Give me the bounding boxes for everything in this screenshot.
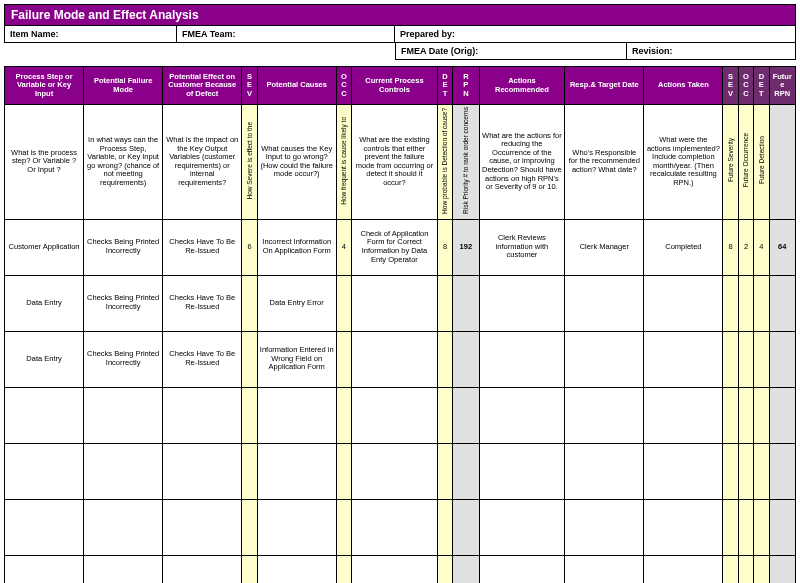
cell [754, 555, 769, 583]
cell [479, 443, 565, 499]
cell: Information Entered in Wrong Field on Ap… [257, 331, 336, 387]
info-row-2: FMEA Date (Orig): Revision: [395, 43, 796, 60]
cell: Check of Application Form for Correct In… [352, 219, 438, 275]
cell: What are the actions for reducing the Oc… [479, 105, 565, 220]
cell [644, 555, 723, 583]
cell [352, 555, 438, 583]
cell: What is the process step? Or Variable ? … [5, 105, 84, 220]
cell [479, 555, 565, 583]
cell: Completed [644, 219, 723, 275]
cell [738, 443, 753, 499]
hdr-resp: Resp.& Target Date [565, 67, 644, 105]
cell [163, 387, 242, 443]
item-name-label: Item Name: [10, 29, 59, 39]
hdr-frpn: Future RPN [769, 67, 795, 105]
cell: Clerk Reviews information with customer [479, 219, 565, 275]
cell [479, 387, 565, 443]
cell [437, 331, 452, 387]
cell [644, 275, 723, 331]
hdr-failure: Potential Failure Mode [84, 67, 163, 105]
cell: Future Severity [723, 105, 738, 220]
hdr-occ2: O C C [738, 67, 753, 105]
cell [453, 499, 479, 555]
cell [352, 443, 438, 499]
cell: 192 [453, 219, 479, 275]
cell [5, 443, 84, 499]
cell [565, 331, 644, 387]
cell: Checks Being Printed Incorrectly [84, 331, 163, 387]
cell [257, 443, 336, 499]
hdr-controls: Current Process Controls [352, 67, 438, 105]
cell [84, 387, 163, 443]
cell [257, 555, 336, 583]
cell [336, 443, 351, 499]
hdr-occ: O C C [336, 67, 351, 105]
cell [437, 555, 452, 583]
cell [754, 331, 769, 387]
cell [565, 555, 644, 583]
item-name-cell: Item Name: [4, 26, 177, 43]
prepared-by-label: Prepared by: [400, 29, 455, 39]
cell [479, 275, 565, 331]
cell [242, 443, 257, 499]
question-row: What is the process step? Or Variable ? … [5, 105, 796, 220]
table-row: Data EntryChecks Being Printed Incorrect… [5, 275, 796, 331]
cell [565, 499, 644, 555]
cell [163, 443, 242, 499]
cell [738, 275, 753, 331]
cell: Checks Have To Be Re-Issued [163, 219, 242, 275]
table-row [5, 443, 796, 499]
hdr-step: Process Step or Variable or Key Input [5, 67, 84, 105]
cell [644, 499, 723, 555]
cell [336, 555, 351, 583]
hdr-causes: Potential Causes [257, 67, 336, 105]
cell: 6 [242, 219, 257, 275]
cell [242, 387, 257, 443]
cell [453, 331, 479, 387]
cell [738, 331, 753, 387]
cell [565, 387, 644, 443]
cell: 8 [437, 219, 452, 275]
cell: 4 [336, 219, 351, 275]
hdr-sev2: S E V [723, 67, 738, 105]
cell: 64 [769, 219, 795, 275]
cell [769, 387, 795, 443]
cell [352, 499, 438, 555]
hdr-det2: D E T [754, 67, 769, 105]
cell: Who's Responsible for the recommended ac… [565, 105, 644, 220]
cell: What were the actions implemented? Inclu… [644, 105, 723, 220]
cell: Future Occurrence [738, 105, 753, 220]
cell [453, 275, 479, 331]
fmea-team-label: FMEA Team: [182, 29, 236, 39]
cell [769, 331, 795, 387]
cell [769, 275, 795, 331]
cell [352, 387, 438, 443]
cell [479, 331, 565, 387]
cell: What causes the Key Input to go wrong? (… [257, 105, 336, 220]
cell [5, 387, 84, 443]
cell [437, 499, 452, 555]
cell [437, 443, 452, 499]
cell [769, 555, 795, 583]
cell: How Severe is effect to the [242, 105, 257, 220]
cell [769, 443, 795, 499]
cell [257, 499, 336, 555]
table-row [5, 387, 796, 443]
cell: Incorrect Information On Application For… [257, 219, 336, 275]
cell [352, 275, 438, 331]
cell [769, 499, 795, 555]
hdr-effect: Potential Effect on Customer Because of … [163, 67, 242, 105]
table-row [5, 555, 796, 583]
cell [565, 275, 644, 331]
cell [723, 443, 738, 499]
fmea-date-label: FMEA Date (Orig): [401, 46, 478, 56]
cell [644, 443, 723, 499]
cell [84, 555, 163, 583]
hdr-det: D E T [437, 67, 452, 105]
cell [5, 555, 84, 583]
cell [723, 499, 738, 555]
cell: Clerk Manager [565, 219, 644, 275]
cell [163, 555, 242, 583]
cell [84, 443, 163, 499]
cell: How frequent is cause likely to [336, 105, 351, 220]
